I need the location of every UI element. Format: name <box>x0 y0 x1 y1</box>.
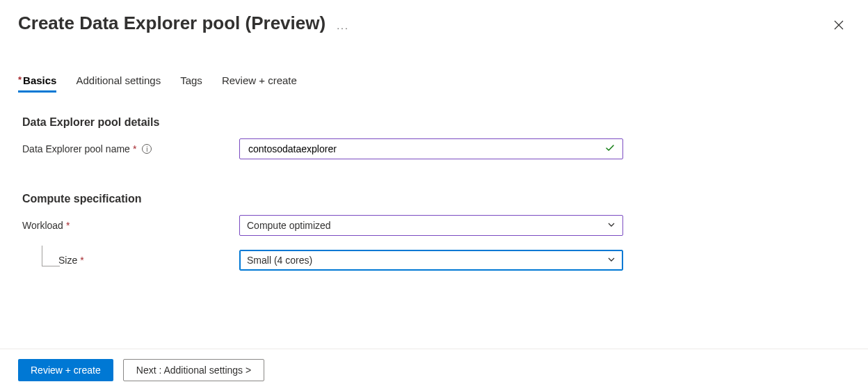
size-value: Small (4 cores) <box>247 255 312 266</box>
chevron-down-icon <box>607 220 616 231</box>
workload-label: Workload <box>22 220 63 231</box>
section-pool-details: Data Explorer pool details <box>22 116 850 129</box>
tab-basics-label: Basics <box>23 74 56 86</box>
tab-review-create[interactable]: Review + create <box>222 74 297 93</box>
review-create-button[interactable]: Review + create <box>18 359 113 381</box>
pool-name-field[interactable] <box>239 138 623 159</box>
size-label: Size <box>58 255 77 266</box>
pool-name-input[interactable] <box>247 143 600 155</box>
tab-tags[interactable]: Tags <box>180 74 202 93</box>
workload-value: Compute optimized <box>247 220 331 231</box>
workload-dropdown[interactable]: Compute optimized <box>239 215 623 236</box>
page-title: Create Data Explorer pool (Preview) <box>18 13 337 34</box>
next-button[interactable]: Next : Additional settings > <box>123 359 264 381</box>
tab-basics[interactable]: *Basics <box>18 74 56 93</box>
checkmark-icon <box>604 143 616 156</box>
tab-additional-settings[interactable]: Additional settings <box>76 74 161 93</box>
required-marker: * <box>80 255 83 266</box>
section-compute-spec: Compute specification <box>22 193 850 205</box>
close-icon <box>833 19 844 31</box>
more-icon[interactable]: ··· <box>337 22 349 33</box>
required-marker: * <box>133 143 136 154</box>
pool-name-label: Data Explorer pool name <box>22 143 130 154</box>
close-button[interactable] <box>829 15 849 35</box>
chevron-down-icon <box>607 255 616 266</box>
info-icon[interactable]: i <box>142 144 152 154</box>
size-dropdown[interactable]: Small (4 cores) <box>239 250 623 271</box>
required-marker: * <box>66 220 70 231</box>
